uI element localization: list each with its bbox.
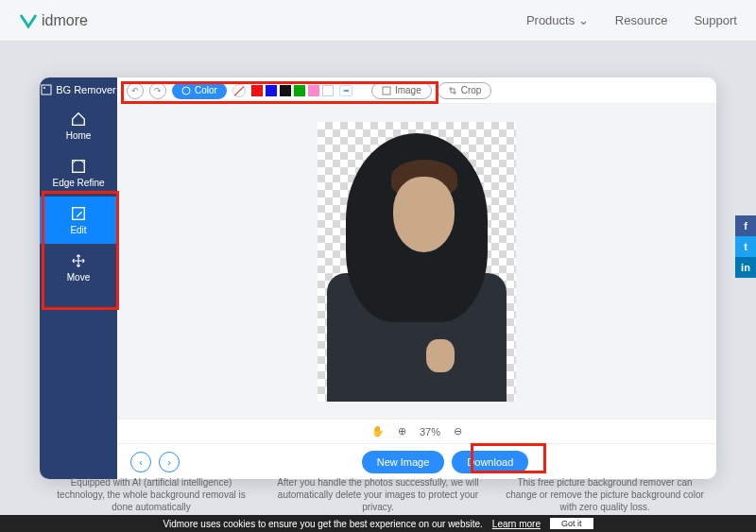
svg-point-4	[182, 87, 190, 94]
move-icon	[70, 252, 87, 269]
svg-rect-0	[42, 85, 51, 94]
brand-name: idmore	[42, 12, 88, 29]
sidebar-item-edit[interactable]: Edit	[40, 197, 117, 244]
svg-rect-5	[383, 87, 390, 94]
svg-point-1	[43, 87, 45, 89]
color-swatch[interactable]	[308, 85, 319, 96]
twitter-icon[interactable]: t	[735, 236, 756, 257]
zoom-out-icon[interactable]: ⊖	[454, 425, 462, 438]
sidebar-label: Home	[66, 130, 92, 141]
home-icon	[70, 111, 87, 128]
facebook-icon[interactable]: f	[735, 215, 756, 236]
edge-refine-icon	[70, 158, 87, 175]
color-swatch[interactable]	[266, 85, 277, 96]
color-swatch[interactable]	[322, 85, 334, 96]
edit-toolbar: ↶ ↷ Color ••• Image Crop	[117, 77, 716, 104]
desc-ai: Equipped with AI (artificial intelligenc…	[47, 476, 255, 513]
crop-icon	[448, 86, 457, 95]
nav-resource[interactable]: Resource	[615, 13, 668, 27]
desc-privacy: After you handle the photos successfully…	[274, 476, 482, 513]
color-swatches	[251, 85, 334, 96]
top-header: idmore Products ⌄ Resource Support	[0, 0, 756, 42]
color-swatch[interactable]	[280, 85, 291, 96]
redo-button[interactable]: ↷	[149, 82, 166, 99]
bottom-bar: ‹ › New Image Download	[117, 443, 716, 479]
palette-icon	[181, 86, 191, 95]
sidebar-item-edge-refine[interactable]: Edge Refine	[40, 149, 117, 197]
edit-icon	[70, 205, 87, 222]
prev-button[interactable]: ‹	[130, 452, 151, 472]
nav-products[interactable]: Products ⌄	[526, 13, 589, 27]
more-colors[interactable]: •••	[339, 85, 352, 96]
zoom-bar: ✋ ⊕ 37% ⊖	[117, 419, 716, 443]
desc-quality: This free picture background remover can…	[501, 476, 709, 513]
pan-hand-icon[interactable]: ✋	[371, 425, 385, 438]
color-swatch[interactable]	[251, 85, 263, 96]
main-area: ↶ ↷ Color ••• Image Crop	[117, 77, 716, 479]
color-swatch[interactable]	[294, 85, 305, 96]
sidebar-label: Edit	[70, 225, 86, 235]
cookie-accept-button[interactable]: Got it	[550, 518, 593, 529]
undo-button[interactable]: ↶	[127, 82, 144, 99]
svg-rect-3	[73, 208, 85, 220]
zoom-value: 37%	[420, 426, 440, 438]
chevron-down-icon: ⌄	[578, 13, 589, 27]
image-tool[interactable]: Image	[371, 82, 432, 99]
top-nav: Products ⌄ Resource Support	[526, 13, 737, 27]
preview-image	[318, 122, 516, 402]
cookie-learn-more[interactable]: Learn more	[492, 519, 541, 529]
picture-icon	[382, 86, 391, 95]
sidebar-item-home[interactable]: Home	[40, 102, 117, 149]
linkedin-icon[interactable]: in	[735, 257, 756, 278]
sidebar-label: Edge Refine	[52, 178, 104, 188]
sidebar: BG Remover Home Edge Refine Edit Move	[40, 77, 117, 479]
cookie-banner: Vidmore uses cookies to ensure you get t…	[0, 515, 756, 532]
crop-tool[interactable]: Crop	[438, 82, 492, 99]
social-rail: f t in	[735, 215, 756, 278]
brand-logo[interactable]: idmore	[19, 11, 88, 30]
cookie-text: Vidmore uses cookies to ensure you get t…	[163, 519, 482, 529]
nav-support[interactable]: Support	[694, 13, 737, 27]
app-modal: BG Remover Home Edge Refine Edit Move ↶ …	[40, 77, 716, 479]
sidebar-item-move[interactable]: Move	[40, 244, 117, 291]
no-color-swatch[interactable]	[232, 84, 246, 97]
new-image-button[interactable]: New Image	[362, 451, 445, 473]
feature-descriptions: Equipped with AI (artificial intelligenc…	[0, 476, 756, 513]
download-button[interactable]: Download	[452, 451, 528, 473]
color-tool[interactable]: Color	[172, 82, 227, 99]
app-title: BG Remover	[40, 77, 117, 102]
image-icon	[41, 84, 52, 95]
zoom-in-icon[interactable]: ⊕	[398, 425, 406, 438]
next-button[interactable]: ›	[159, 452, 180, 472]
subject-silhouette	[318, 122, 516, 402]
logo-icon	[19, 11, 38, 30]
canvas-area[interactable]	[117, 104, 716, 419]
sidebar-label: Move	[67, 272, 90, 283]
